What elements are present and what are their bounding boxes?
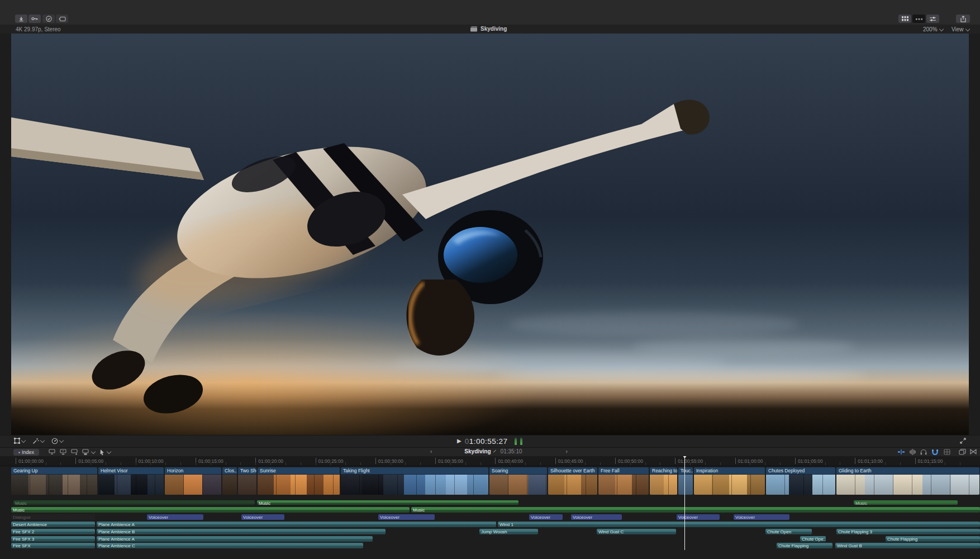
- video-clip[interactable]: Inspiration: [694, 467, 765, 495]
- video-clip[interactable]: Two Shot: [238, 467, 256, 495]
- transform-tool-menu[interactable]: [14, 438, 25, 444]
- keyword-editor-button[interactable]: [28, 15, 41, 23]
- playhead[interactable]: [684, 456, 685, 550]
- grid-view-icon: [902, 16, 908, 21]
- video-clip-filmstrip: [650, 475, 677, 495]
- audio-clip[interactable]: Voiceover: [147, 514, 203, 520]
- effects-browser-toggle[interactable]: [944, 449, 950, 455]
- browser-list-view-button[interactable]: [912, 15, 925, 23]
- video-clip[interactable]: Chutes Deployed: [766, 467, 835, 495]
- retime-tool-menu[interactable]: [51, 438, 63, 444]
- append-edit-button[interactable]: [70, 449, 78, 456]
- audio-clip[interactable]: Jump Woosh: [479, 529, 538, 534]
- video-clip[interactable]: Gearing Up: [11, 467, 97, 495]
- background-tasks-button[interactable]: [42, 15, 55, 23]
- timeline-history-forward-button[interactable]: ›: [566, 448, 568, 454]
- video-clip[interactable]: Silhouette over Earth: [548, 467, 597, 495]
- magic-wand-icon: [32, 438, 39, 444]
- play-button[interactable]: ▶: [457, 437, 462, 446]
- ruler-minor-tick: [810, 462, 811, 465]
- timeline-ruler[interactable]: 01:00:00:0001:00:05:0001:00:10:0001:00:1…: [0, 456, 980, 466]
- inspector-toggle-button[interactable]: [926, 15, 939, 23]
- timeline-history-back-button[interactable]: ‹: [430, 448, 432, 454]
- share-button[interactable]: [956, 15, 970, 23]
- video-clip[interactable]: Horizon: [165, 467, 221, 495]
- audio-clip[interactable]: Music: [11, 507, 410, 513]
- video-clip[interactable]: Taking Flight: [341, 467, 488, 495]
- snapping-toggle[interactable]: [931, 449, 939, 455]
- import-media-button[interactable]: [15, 15, 27, 23]
- solo-toggle[interactable]: [920, 449, 927, 455]
- viewer-zoom-menu[interactable]: 200%: [923, 26, 943, 32]
- overwrite-edit-button[interactable]: [82, 449, 89, 456]
- ruler-tick: [75, 458, 76, 464]
- video-clip[interactable]: Soaring: [489, 467, 547, 495]
- audio-skimming-toggle[interactable]: [909, 449, 916, 455]
- video-clip[interactable]: Reaching to th...: [650, 467, 677, 495]
- skimming-toggle[interactable]: [897, 449, 905, 455]
- audio-clip[interactable]: Plane Ambience C: [97, 543, 363, 548]
- audio-clip[interactable]: Voiceover: [529, 514, 563, 520]
- viewer-view-menu[interactable]: View: [952, 26, 969, 32]
- video-clip-filmstrip: [678, 475, 693, 495]
- index-button[interactable]: Index: [13, 449, 39, 456]
- pointer-tool-menu[interactable]: [99, 449, 105, 456]
- audio-clip[interactable]: Voiceover: [241, 514, 284, 520]
- clapperboard-icon: [470, 26, 477, 32]
- audio-clip[interactable]: Wind Gust C: [597, 529, 676, 534]
- skydiver-video-frame: [11, 34, 969, 435]
- transitions-browser-toggle[interactable]: [970, 449, 977, 454]
- insert-edit-button[interactable]: [59, 449, 67, 456]
- viewer-expand-button[interactable]: [960, 438, 966, 444]
- video-clip[interactable]: Clos...: [222, 467, 237, 495]
- audio-clip[interactable]: Music: [411, 507, 980, 513]
- audio-clip[interactable]: Chute Flapping: [886, 536, 980, 542]
- audio-clip[interactable]: Wind 1: [498, 522, 980, 527]
- timeline-project-nav: ‹ Skydiving 01:35:10 ›: [430, 448, 553, 454]
- video-clip[interactable]: Gliding to Earth: [836, 467, 979, 495]
- audio-clip[interactable]: Music: [13, 500, 255, 505]
- audio-clip[interactable]: Voiceover: [571, 514, 622, 520]
- ruler-minor-tick: [420, 462, 421, 465]
- audio-clip[interactable]: Chute Ope...: [800, 536, 826, 542]
- audio-clip[interactable]: Chute Flapping 3: [836, 529, 980, 534]
- chevron-down-icon: [59, 438, 64, 443]
- video-clip-filmstrip: [222, 475, 237, 495]
- audio-clip[interactable]: Dialogue: [11, 514, 95, 520]
- check-circle-icon: [46, 16, 52, 22]
- audio-clip[interactable]: Voiceover: [378, 514, 435, 520]
- video-clip[interactable]: Helmet Visor: [98, 467, 164, 495]
- audio-clip[interactable]: Plane Ambience A: [97, 522, 496, 527]
- video-clip[interactable]: Touc...: [678, 467, 693, 495]
- connect-edit-button[interactable]: [48, 449, 56, 456]
- video-clip[interactable]: Sunrise: [258, 467, 340, 495]
- ruler-minor-tick: [211, 462, 211, 465]
- audio-clip[interactable]: Wind Gust B: [835, 543, 980, 548]
- ruler-minor-tick: [765, 462, 765, 465]
- chevron-down-icon[interactable]: [107, 449, 111, 454]
- audio-clip[interactable]: Voiceover: [677, 514, 720, 520]
- audio-clip[interactable]: Plane Ambience B: [97, 529, 386, 534]
- ruler-minor-tick: [585, 462, 586, 465]
- audio-clip[interactable]: Desert Ambience: [11, 522, 95, 527]
- chevron-down-icon[interactable]: [91, 449, 96, 454]
- media-browser-toggle[interactable]: [959, 449, 966, 455]
- video-clip-name: Two Shot: [238, 467, 256, 475]
- audio-clip[interactable]: Chute Flapping: [777, 543, 832, 548]
- audio-clip[interactable]: Fire SFX: [11, 543, 95, 548]
- effects-tool-menu[interactable]: [32, 438, 44, 444]
- retime-icon: [51, 438, 58, 444]
- video-clip[interactable]: Free Fall: [598, 467, 649, 495]
- viewer-canvas[interactable]: [11, 34, 969, 435]
- audio-clip[interactable]: Music: [257, 500, 518, 505]
- audio-clip[interactable]: Fire SFX 3: [11, 536, 95, 542]
- extensions-button[interactable]: [56, 15, 68, 23]
- expand-icon: [960, 438, 966, 444]
- timeline-project-menu[interactable]: Skydiving: [464, 448, 491, 454]
- audio-clip[interactable]: Fire SFX 2: [11, 529, 95, 534]
- audio-clip[interactable]: Chute Open: [765, 529, 812, 534]
- audio-clip[interactable]: Voiceover: [734, 514, 789, 520]
- browser-grid-view-button[interactable]: [898, 15, 911, 23]
- audio-clip[interactable]: Plane Ambience A: [97, 536, 373, 542]
- audio-clip[interactable]: Music: [854, 500, 958, 505]
